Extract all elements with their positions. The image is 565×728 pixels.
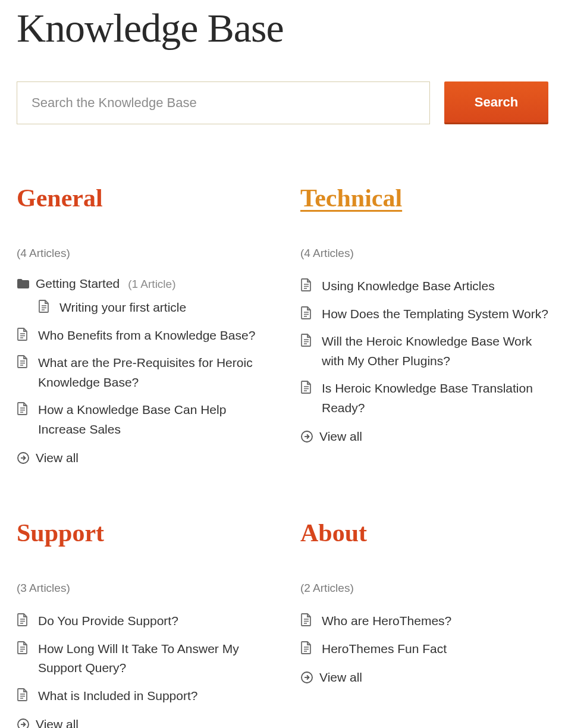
list-item[interactable]: Who are HeroThemes? [300,611,548,631]
search-row: Search [17,81,548,124]
view-all-label: View all [319,670,362,685]
category-support: Support(3 Articles) Do You Provide Suppo… [17,519,265,728]
list-item[interactable]: How Long Will It Take To Answer My Suppo… [17,639,265,678]
view-all-label: View all [319,429,362,444]
category-count: (3 Articles) [17,582,265,595]
list-item[interactable]: Using Knowledge Base Articles [300,277,548,296]
category-title[interactable]: Technical [300,184,548,212]
list-item[interactable]: Is Heroic Knowledge Base Translation Rea… [300,379,548,418]
list-item[interactable]: Will the Heroic Knowledge Base Work with… [300,332,548,371]
arrow-right-circle-icon [300,430,313,443]
view-all-label: View all [36,717,79,728]
article-link[interactable]: What are the Pre-Requisites for Heroic K… [38,353,265,392]
document-icon [38,300,50,313]
document-icon [17,688,29,701]
article-link[interactable]: HeroThemes Fun Fact [322,639,447,659]
category-technical: Technical(4 Articles) Using Knowledge Ba… [300,184,548,465]
article-link[interactable]: Is Heroic Knowledge Base Translation Rea… [322,379,548,418]
list-item[interactable]: What is Included in Support? [17,686,265,706]
view-all-link[interactable]: View all [300,429,548,444]
view-all-link[interactable]: View all [17,717,265,728]
arrow-right-circle-icon [17,718,30,728]
document-icon [17,402,29,415]
document-icon [17,641,29,654]
category-general: General(4 Articles) Getting Started (1 A… [17,184,265,465]
list-item[interactable]: What are the Pre-Requisites for Heroic K… [17,353,265,392]
category-title[interactable]: About [300,519,548,547]
document-icon [300,278,312,291]
arrow-right-circle-icon [300,671,313,684]
document-icon [300,613,312,626]
category-about: About(2 Articles) Who are HeroThemes? He… [300,519,548,728]
search-input[interactable] [17,81,430,124]
list-item[interactable]: Who Benefits from a Knowledge Base? [17,326,265,346]
subcategory-name: Getting Started [36,277,120,291]
article-link[interactable]: Do You Provide Support? [38,611,178,631]
view-all-link[interactable]: View all [300,670,548,685]
document-icon [17,613,29,626]
document-icon [300,641,312,654]
category-count: (4 Articles) [300,247,548,260]
list-item[interactable]: HeroThemes Fun Fact [300,639,548,659]
document-icon [300,306,312,319]
view-all-link[interactable]: View all [17,451,265,465]
list-item[interactable]: How Does the Templating System Work? [300,305,548,324]
article-link[interactable]: Using Knowledge Base Articles [322,277,495,296]
article-link[interactable]: How a Knowledge Base Can Help Increase S… [38,400,265,439]
folder-icon [17,278,30,289]
article-link[interactable]: Who Benefits from a Knowledge Base? [38,326,255,346]
document-icon [300,381,312,394]
article-link[interactable]: What is Included in Support? [38,686,198,706]
category-title[interactable]: Support [17,519,265,547]
view-all-label: View all [36,451,79,465]
article-link[interactable]: Writing your first article [59,298,186,318]
page-title: Knowledge Base [17,5,548,52]
document-icon [17,355,29,368]
article-link[interactable]: Who are HeroThemes? [322,611,451,631]
subcategory[interactable]: Getting Started (1 Article) [17,277,265,291]
category-count: (4 Articles) [17,247,265,260]
list-item[interactable]: Writing your first article [38,298,265,318]
arrow-right-circle-icon [17,451,30,465]
document-icon [17,328,29,341]
document-icon [300,334,312,347]
subcategory-count: (1 Article) [128,278,175,291]
article-link[interactable]: How Long Will It Take To Answer My Suppo… [38,639,265,678]
list-item[interactable]: Do You Provide Support? [17,611,265,631]
category-count: (2 Articles) [300,582,548,595]
article-link[interactable]: How Does the Templating System Work? [322,305,548,324]
category-title[interactable]: General [17,184,265,212]
list-item[interactable]: How a Knowledge Base Can Help Increase S… [17,400,265,439]
article-link[interactable]: Will the Heroic Knowledge Base Work with… [322,332,548,371]
search-button[interactable]: Search [444,81,548,124]
